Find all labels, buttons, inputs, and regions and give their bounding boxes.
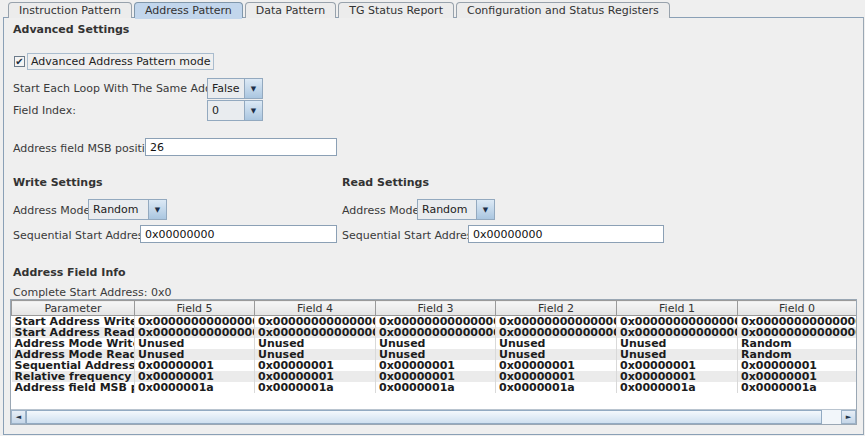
- chevron-down-icon[interactable]: ▼: [244, 79, 262, 98]
- table-row[interactable]: Address field MSB p...0x0000001a0x000000…: [12, 382, 857, 393]
- table-cell[interactable]: Unused: [617, 349, 738, 360]
- table-cell[interactable]: 0x00000001: [135, 371, 255, 382]
- column-header[interactable]: Field 2: [496, 301, 617, 316]
- chevron-down-icon[interactable]: ▼: [244, 101, 262, 120]
- table-cell[interactable]: 0x00000001: [617, 371, 738, 382]
- chevron-down-icon[interactable]: ▼: [148, 200, 166, 219]
- table-cell[interactable]: Relative frequency ...: [12, 371, 135, 382]
- table-cell[interactable]: Random: [738, 349, 857, 360]
- column-header[interactable]: Field 0: [738, 301, 857, 316]
- table-cell[interactable]: Random: [738, 338, 857, 349]
- table-cell[interactable]: Address field MSB p...: [12, 382, 135, 393]
- complete-start-address: Complete Start Address: 0x0: [13, 286, 171, 299]
- dropdown-value: False: [208, 79, 244, 98]
- dropdown-value: Random: [89, 200, 148, 219]
- checkbox-check-icon[interactable]: ✔: [14, 56, 25, 67]
- table-cell[interactable]: Unused: [496, 349, 617, 360]
- table-cell[interactable]: 0x0000000000000000: [496, 327, 617, 338]
- table-cell[interactable]: 0x0000001a: [255, 382, 376, 393]
- table-cell[interactable]: Unused: [496, 338, 617, 349]
- tab-address-pattern[interactable]: Address Pattern: [134, 2, 243, 18]
- column-header[interactable]: Field 5: [135, 301, 255, 316]
- table-cell[interactable]: 0x00000001: [496, 360, 617, 371]
- table-cell[interactable]: 0x0000001a: [738, 382, 857, 393]
- table-cell[interactable]: Address Mode Read: [12, 349, 135, 360]
- advanced-settings-heading: Advanced Settings: [13, 23, 129, 36]
- tab-bar: Instruction Pattern Address Pattern Data…: [0, 2, 865, 18]
- table-cell[interactable]: 0x00000001: [496, 371, 617, 382]
- dropdown-value: Random: [418, 200, 476, 219]
- table-cell[interactable]: 0x0000001a: [617, 382, 738, 393]
- column-header[interactable]: Field 4: [255, 301, 376, 316]
- table-cell[interactable]: 0x0000001a: [376, 382, 496, 393]
- tab-data-pattern[interactable]: Data Pattern: [245, 2, 336, 18]
- chevron-down-icon[interactable]: ▼: [476, 200, 494, 219]
- field-index-dropdown[interactable]: 0 ▼: [207, 100, 263, 121]
- table-cell[interactable]: 0x0000000000000000: [135, 327, 255, 338]
- table-cell[interactable]: 0x0000000000000000: [617, 316, 738, 328]
- table-cell[interactable]: 0x0000000000000000: [135, 316, 255, 328]
- tab-instruction-pattern[interactable]: Instruction Pattern: [8, 2, 132, 18]
- table-cell[interactable]: Unused: [135, 349, 255, 360]
- scrollbar-thumb[interactable]: [26, 410, 822, 424]
- table-cell[interactable]: 0x00000001: [738, 360, 857, 371]
- table-row[interactable]: Relative frequency ...0x000000010x000000…: [12, 371, 857, 382]
- scrollbar-track[interactable]: [26, 410, 841, 424]
- write-seq-address-input[interactable]: 0x00000000: [140, 225, 337, 243]
- table-cell[interactable]: Unused: [135, 338, 255, 349]
- table-cell[interactable]: 0x00000001: [617, 360, 738, 371]
- tab-config-status-registers[interactable]: Configuration and Status Registers: [456, 2, 670, 18]
- input-value: 0x00000000: [145, 228, 215, 241]
- table-row[interactable]: Start Address Write0x00000000000000000x0…: [12, 316, 857, 328]
- read-address-mode-dropdown[interactable]: Random ▼: [417, 199, 495, 220]
- table-cell[interactable]: Unused: [617, 338, 738, 349]
- tab-label: Instruction Pattern: [19, 4, 121, 17]
- table-row[interactable]: Address Mode ReadUnusedUnusedUnusedUnuse…: [12, 349, 857, 360]
- table-cell[interactable]: 0x00000001: [738, 371, 857, 382]
- column-header[interactable]: Parameter: [12, 301, 135, 316]
- table-cell[interactable]: 0x00000001: [376, 360, 496, 371]
- tab-label: Configuration and Status Registers: [467, 4, 659, 17]
- read-seq-address-input[interactable]: 0x00000000: [468, 225, 664, 243]
- tab-tg-status-report[interactable]: TG Status Report: [338, 2, 454, 18]
- table-cell[interactable]: Address Mode Write: [12, 338, 135, 349]
- table-cell[interactable]: 0x0000000000000000: [738, 316, 857, 328]
- table-cell[interactable]: 0x0000000000000000: [496, 316, 617, 328]
- advanced-mode-checkbox[interactable]: ✔ Advanced Address Pattern mode: [14, 53, 214, 70]
- scroll-left-icon[interactable]: ◄: [11, 410, 26, 424]
- table-cell[interactable]: Start Address Write: [12, 316, 135, 328]
- loop-address-dropdown[interactable]: False ▼: [207, 78, 263, 99]
- table-cell[interactable]: 0x0000000000000000: [255, 327, 376, 338]
- msb-position-input[interactable]: 26: [145, 138, 337, 156]
- table-cell[interactable]: 0x00000001: [255, 371, 376, 382]
- table-row[interactable]: Sequential Address...0x000000010x0000000…: [12, 360, 857, 371]
- table-cell[interactable]: Sequential Address...: [12, 360, 135, 371]
- read-settings-heading: Read Settings: [342, 176, 429, 189]
- table-cell[interactable]: 0x0000000000000000: [738, 327, 857, 338]
- table-cell[interactable]: 0x0000000000000000: [255, 316, 376, 328]
- table-cell[interactable]: Start Address Read: [12, 327, 135, 338]
- scroll-right-icon[interactable]: ►: [841, 410, 856, 424]
- table-cell[interactable]: 0x0000001a: [496, 382, 617, 393]
- write-address-mode-label: Address Mode:: [13, 204, 94, 217]
- table-cell[interactable]: Unused: [376, 338, 496, 349]
- table-cell[interactable]: 0x0000000000000000: [617, 327, 738, 338]
- table-cell[interactable]: Unused: [255, 349, 376, 360]
- table-cell[interactable]: 0x0000000000000000: [376, 316, 496, 328]
- input-value: 26: [150, 141, 164, 154]
- write-address-mode-dropdown[interactable]: Random ▼: [88, 199, 167, 220]
- table-cell[interactable]: 0x0000001a: [135, 382, 255, 393]
- table-cell[interactable]: 0x00000001: [255, 360, 376, 371]
- column-header[interactable]: Field 1: [617, 301, 738, 316]
- table-row[interactable]: Start Address Read0x00000000000000000x00…: [12, 327, 857, 338]
- dropdown-value: 0: [208, 101, 244, 120]
- table-row[interactable]: Address Mode WriteUnusedUnusedUnusedUnus…: [12, 338, 857, 349]
- column-header[interactable]: Field 3: [376, 301, 496, 316]
- table-cell[interactable]: Unused: [376, 349, 496, 360]
- table-cell[interactable]: 0x00000001: [135, 360, 255, 371]
- table-cell[interactable]: 0x00000001: [376, 371, 496, 382]
- horizontal-scrollbar[interactable]: ◄ ►: [11, 409, 856, 424]
- table-cell[interactable]: 0x0000000000000000: [376, 327, 496, 338]
- table-cell[interactable]: Unused: [255, 338, 376, 349]
- checkbox-label[interactable]: Advanced Address Pattern mode: [27, 53, 214, 70]
